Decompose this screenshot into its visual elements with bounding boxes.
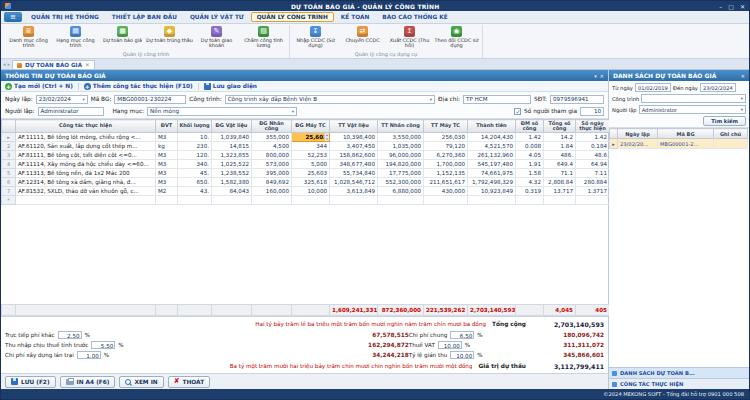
grid-cell[interactable]: AF.11114, Xây móng đá hộc chiều dày <=60… (16, 160, 156, 169)
grid-cell[interactable]: 1,323,855 (212, 151, 252, 160)
sidebar-project-input[interactable]: ▾ (641, 94, 746, 103)
grid-cell[interactable]: M3 (156, 151, 178, 160)
grid-cell[interactable]: 79,120 (424, 142, 468, 151)
address-input[interactable]: TP HCM (463, 95, 531, 104)
ribbon-button[interactable]: ◆Dự toán trúng thầu (146, 25, 193, 51)
grid-column-header[interactable]: Số ngày thực hiện (576, 120, 610, 133)
chevron-down-icon[interactable]: ▾ (741, 96, 743, 101)
grid-cell[interactable]: 1,039,840 (212, 133, 252, 142)
grid-cell[interactable]: 230. (178, 142, 212, 151)
grid-cell[interactable]: 849,692 (252, 178, 292, 187)
grid-cell[interactable]: 355,000 (252, 133, 292, 142)
grid-column-header[interactable]: TT Vật liệu (330, 120, 378, 133)
grid-cell[interactable]: 1.3717 (576, 187, 610, 196)
grid-cell[interactable]: AF.11111, Bê tông lót móng, chiều rộng <… (16, 133, 156, 142)
date-input[interactable]: 23/02/2024▾ (36, 95, 88, 104)
project-input[interactable]: Công trình xây đắp Bệnh Viện B▾ (225, 95, 435, 104)
grid-column-header[interactable]: TT Máy TC (424, 120, 468, 133)
grid-cell[interactable]: 0.184 (576, 142, 610, 151)
grid-cell[interactable]: 1,238,552 (212, 169, 252, 178)
grid-cell[interactable]: 10,398,400 (330, 133, 378, 142)
sidebar-column-header[interactable]: Mã BG (658, 129, 714, 139)
grid-column-header[interactable]: ĐG Vật liệu (212, 120, 252, 133)
selected-cell-editor[interactable]: 25,603▴▾ (292, 133, 330, 142)
grid-cell[interactable]: 7.11 (576, 169, 610, 178)
grid-cell[interactable]: 52,253 (292, 151, 330, 160)
tab-scroll-right-icon[interactable]: ▸ (8, 61, 11, 67)
grid-cell[interactable]: 160,000 (252, 187, 292, 196)
grid-cell[interactable]: 650. (178, 178, 212, 187)
grid-cell[interactable]: 14,815 (212, 142, 252, 151)
grid-cell[interactable]: 13.717 (544, 187, 576, 196)
grid-cell[interactable]: AF.61120, Sản xuất, lắp dựng cốt thép m.… (16, 142, 156, 151)
action-button-2[interactable]: IN A4 (F6) (60, 376, 116, 388)
grid-column-header[interactable]: TT Nhân công (378, 120, 424, 133)
grid-cell[interactable]: 1.42 (576, 133, 610, 142)
menu-tab-3[interactable]: QUẢN LÝ VẬT TƯ (184, 12, 250, 22)
phone-input[interactable]: 0979596941 (550, 95, 604, 104)
grid-cell[interactable]: M3 (156, 133, 178, 142)
grid-cell[interactable]: 1,152,135 (424, 169, 468, 178)
sidebar-creator-input[interactable]: Administrator▾ (639, 105, 746, 114)
grid-cell[interactable]: 261,132,960 (468, 151, 516, 160)
grid-column-header[interactable]: Tổng số công (544, 120, 576, 133)
grid-cell[interactable]: 14,204,430 (468, 133, 516, 142)
chevron-down-icon[interactable]: ▾ (428, 97, 432, 102)
grid-column-header[interactable]: Thành tiền (468, 120, 516, 133)
grid-cell[interactable]: AF.81111, Bê tông cột, tiết diện cột <=0… (16, 151, 156, 160)
grid-cell[interactable]: 545,197,480 (468, 160, 516, 169)
menu-tab-6[interactable]: BÁO CÁO THỐNG KÊ (376, 12, 453, 22)
grid-cell[interactable] (156, 196, 178, 205)
grid-cell[interactable] (178, 196, 212, 205)
left-fee-percent-input[interactable]: 2.50 (58, 331, 82, 339)
grid-cell[interactable] (252, 196, 292, 205)
ribbon-button[interactable]: ⇄Chuyển CCDC (339, 25, 386, 51)
grid-cell[interactable]: 71.1 (544, 169, 576, 178)
grid-cell[interactable]: 552,300,000 (378, 178, 424, 187)
ribbon-button[interactable]: ▦Dự toán báo giá (99, 25, 146, 51)
grid-cell[interactable]: 120. (178, 151, 212, 160)
grid-cell[interactable]: kg (156, 142, 178, 151)
save-layout-button[interactable]: Lưu giao diện (204, 83, 257, 90)
ribbon-button[interactable]: ▤Hạng mục công trình (52, 25, 99, 51)
new-button[interactable]: + Tạo mới (Ctrl + N) (5, 83, 73, 90)
grid-cell[interactable]: 0.008 (516, 142, 544, 151)
participants-input[interactable]: 10 (580, 107, 604, 116)
sidebar-list-row[interactable]: ▸23/02/20...MBG00001-2... (610, 139, 748, 149)
grid-cell[interactable]: 10,923,849 (468, 187, 516, 196)
ribbon-button[interactable]: ↧Nhập CCDC (Sử dụng) (292, 25, 339, 51)
grid-cell[interactable] (516, 196, 544, 205)
grid-cell[interactable]: 6,270,360 (424, 151, 468, 160)
grid-cell[interactable]: 1,035,000 (378, 142, 424, 151)
ribbon-button[interactable]: ▧Chấm công tính lương (240, 25, 287, 51)
grid-cell[interactable]: 55,734,840 (330, 169, 378, 178)
grid-cell[interactable]: 430,000 (424, 187, 468, 196)
chevron-down-icon[interactable]: ▾ (80, 97, 84, 102)
grid-cell[interactable]: 1.58 (516, 169, 544, 178)
sidebar-tab-2[interactable]: CÔNG TÁC THỰC HIỆN (609, 378, 749, 389)
grid-column-header[interactable]: ĐVT (156, 120, 178, 133)
menu-tab-1[interactable]: QUẢN TRỊ HỆ THỐNG (25, 12, 105, 22)
grid-cell[interactable]: 573,000 (252, 160, 292, 169)
grid-cell[interactable] (544, 196, 576, 205)
grid-cell[interactable]: 1,792,498,329 (468, 178, 516, 187)
grid-cell[interactable]: 1.91 (516, 160, 544, 169)
sidebar-grid-cell[interactable]: 23/02/20... (618, 139, 658, 149)
grid-cell[interactable]: 1,028,546,712 (330, 178, 378, 187)
grid-cell[interactable]: 0.319 (516, 187, 544, 196)
grid-cell[interactable]: 194,820,000 (378, 160, 424, 169)
grid-cell[interactable] (378, 196, 424, 205)
sidebar-empty-area[interactable] (609, 149, 749, 367)
grid-cell[interactable]: M2 (156, 187, 178, 196)
creator-input[interactable]: Administrator (38, 107, 104, 116)
grid-cell[interactable] (424, 196, 468, 205)
grid-cell[interactable]: 96,000,000 (378, 151, 424, 160)
grid-column-header[interactable]: ĐG Máy TC (292, 120, 330, 133)
grid-cell[interactable]: 10. (178, 133, 212, 142)
participants-checkbox[interactable] (514, 108, 521, 115)
to-date-input[interactable]: 23/02/2024 (700, 83, 736, 92)
left-fee-percent-input[interactable]: 1.00 (77, 351, 101, 359)
sidebar-close-icon[interactable]: ✕ (741, 73, 745, 79)
grid-cell[interactable]: 3,613,849 (330, 187, 378, 196)
grid-cell[interactable]: 395,000 (252, 169, 292, 178)
